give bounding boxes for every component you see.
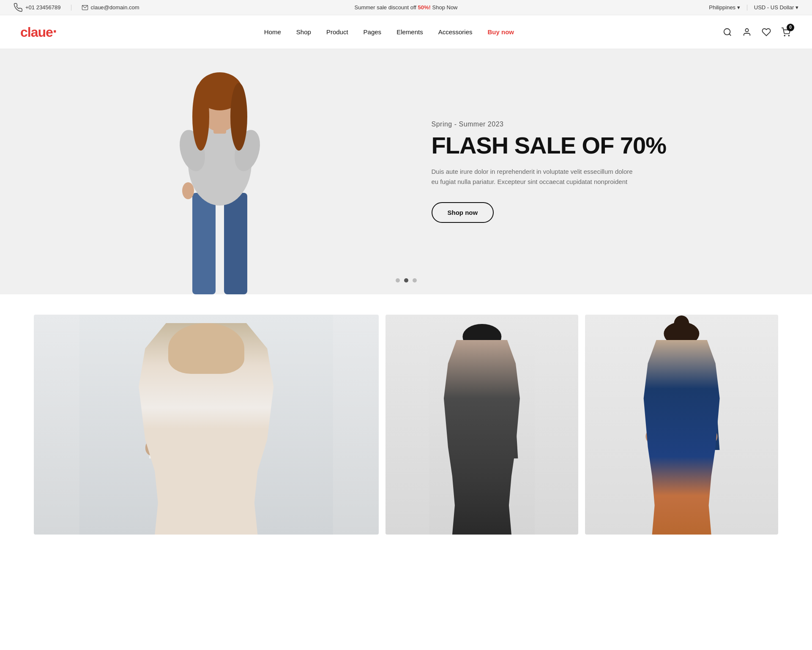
svg-point-16 xyxy=(182,182,194,199)
divider xyxy=(747,5,747,11)
svg-point-15 xyxy=(230,83,247,151)
svg-rect-20 xyxy=(194,374,206,393)
svg-rect-38 xyxy=(478,365,486,380)
product-figure-2 xyxy=(385,315,579,535)
heart-icon xyxy=(762,27,771,37)
svg-point-4 xyxy=(784,35,785,36)
hero-image-area xyxy=(0,49,406,294)
product-card-2[interactable] xyxy=(385,315,579,535)
svg-point-3 xyxy=(745,28,748,31)
svg-rect-7 xyxy=(224,193,247,294)
phone-icon xyxy=(14,3,23,12)
svg-point-49 xyxy=(706,430,718,443)
email-address: claue@domain.com xyxy=(91,4,139,11)
slide-dot-3[interactable] xyxy=(413,278,417,282)
hero-description: Duis aute irure dolor in reprehenderit i… xyxy=(432,167,634,187)
svg-rect-47 xyxy=(665,444,699,452)
svg-rect-33 xyxy=(470,454,481,488)
svg-rect-44 xyxy=(629,315,735,535)
svg-point-24 xyxy=(201,334,224,363)
promo-text: Summer sale discount off xyxy=(354,4,418,11)
user-icon-button[interactable] xyxy=(741,26,753,38)
user-icon xyxy=(742,27,752,37)
email-info: claue@domain.com xyxy=(82,4,139,11)
svg-point-27 xyxy=(145,440,157,455)
svg-rect-17 xyxy=(79,315,333,535)
svg-text:USA: USA xyxy=(677,401,686,406)
hero-model-figure xyxy=(131,66,309,294)
svg-point-14 xyxy=(192,83,209,151)
hero-subtitle: Spring - Summer 2023 xyxy=(432,121,779,128)
logo-dot: · xyxy=(53,23,57,40)
svg-point-37 xyxy=(498,420,511,431)
header: claue· Home Shop Product Pages Elements … xyxy=(0,15,812,49)
logo[interactable]: claue· xyxy=(20,24,57,40)
svg-point-5 xyxy=(788,35,789,36)
svg-point-55 xyxy=(674,351,678,356)
slide-dot-2[interactable] xyxy=(404,278,408,282)
svg-point-54 xyxy=(662,357,665,361)
svg-line-2 xyxy=(729,34,731,36)
nav-accessories[interactable]: Accessories xyxy=(438,28,473,36)
svg-point-22 xyxy=(175,325,225,359)
svg-point-28 xyxy=(238,440,250,455)
svg-point-26 xyxy=(204,358,208,363)
region-selector[interactable]: Philippines ▾ xyxy=(709,4,740,11)
slider-dots xyxy=(396,278,417,282)
svg-point-48 xyxy=(646,430,658,443)
svg-rect-18 xyxy=(175,450,200,535)
svg-point-43 xyxy=(485,351,489,355)
phone-info: +01 23456789 xyxy=(14,3,61,12)
top-bar-left: +01 23456789 claue@domain.com xyxy=(14,3,139,12)
search-icon-button[interactable] xyxy=(722,26,733,38)
phone-number: +01 23456789 xyxy=(25,4,61,11)
nav-elements[interactable]: Elements xyxy=(396,28,423,36)
product-card-1[interactable] xyxy=(34,315,379,535)
divider xyxy=(71,5,71,11)
currency-selector[interactable]: USD - US Dollar ▾ xyxy=(754,4,798,11)
logo-text: clau xyxy=(20,25,46,40)
search-icon xyxy=(723,27,732,37)
nav-pages[interactable]: Pages xyxy=(364,28,382,36)
top-bar-right: Philippines ▾ USD - US Dollar ▾ xyxy=(709,4,798,11)
email-icon xyxy=(82,4,88,11)
wishlist-icon-button[interactable] xyxy=(760,26,772,38)
svg-rect-32 xyxy=(489,487,492,521)
svg-rect-29 xyxy=(429,315,535,535)
svg-rect-35 xyxy=(478,377,486,398)
promo-cta: Shop Now xyxy=(431,4,458,11)
promo-banner: Summer sale discount off 50%! Shop Now xyxy=(354,4,457,11)
product-figure-3: USA xyxy=(585,315,778,535)
svg-point-23 xyxy=(175,334,199,363)
hero-content: Spring - Summer 2023 FLASH SALE OF 70% D… xyxy=(406,121,812,223)
svg-rect-45 xyxy=(673,397,690,410)
svg-point-53 xyxy=(674,315,689,332)
svg-point-42 xyxy=(474,351,478,355)
header-icons: 0 xyxy=(722,26,792,38)
promo-highlight: 50%! xyxy=(418,4,431,11)
slide-dot-1[interactable] xyxy=(396,278,400,282)
svg-rect-31 xyxy=(471,487,475,521)
shop-now-button[interactable]: Shop now xyxy=(432,202,494,223)
product-figure-1 xyxy=(34,315,379,535)
svg-point-36 xyxy=(453,420,466,431)
nav-buy-now[interactable]: Buy now xyxy=(488,28,514,36)
products-section: USA xyxy=(0,294,812,555)
product-card-3[interactable]: USA xyxy=(585,315,778,535)
svg-rect-6 xyxy=(192,193,216,294)
chevron-down-icon: ▾ xyxy=(737,4,740,11)
svg-rect-41 xyxy=(463,335,501,348)
nav-shop[interactable]: Shop xyxy=(296,28,311,36)
top-bar: +01 23456789 claue@domain.com Summer sal… xyxy=(0,0,812,15)
products-grid: USA xyxy=(34,315,778,535)
svg-rect-34 xyxy=(483,454,493,488)
chevron-down-icon: ▾ xyxy=(796,4,798,11)
svg-point-25 xyxy=(191,358,196,363)
svg-rect-30 xyxy=(467,484,497,487)
hero-section: Spring - Summer 2023 FLASH SALE OF 70% D… xyxy=(0,49,812,294)
svg-point-21 xyxy=(177,334,223,389)
nav-home[interactable]: Home xyxy=(264,28,281,36)
cart-icon-button[interactable]: 0 xyxy=(780,26,792,38)
nav-product[interactable]: Product xyxy=(326,28,348,36)
svg-rect-19 xyxy=(204,450,230,535)
